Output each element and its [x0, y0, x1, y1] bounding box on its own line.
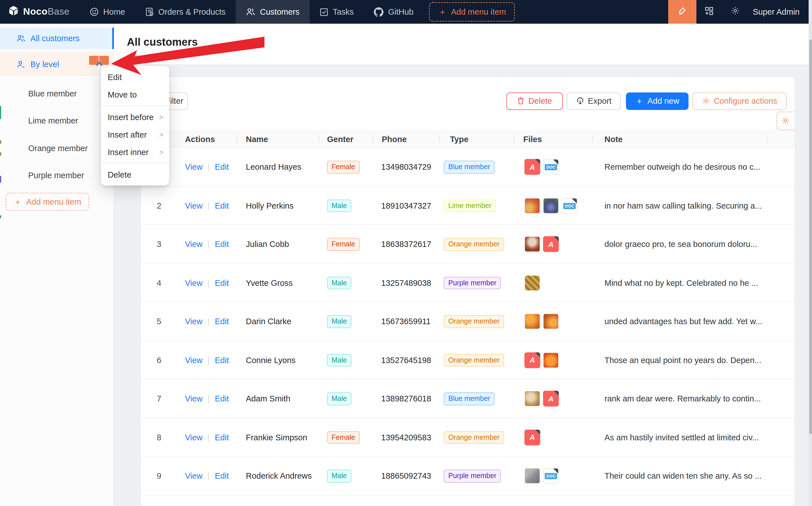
edit-link[interactable]: Edit [215, 163, 229, 172]
gender-tag: Male [327, 393, 351, 405]
link-divider: | [202, 201, 215, 210]
sidebar-item-lime-member[interactable]: Lime member [0, 112, 113, 130]
pdf-file-icon[interactable]: A [543, 237, 559, 252]
gender-cell: Female [327, 418, 359, 457]
pdf-file-icon[interactable]: A [524, 159, 540, 175]
pdf-file-icon[interactable]: A [524, 430, 540, 445]
delete-button[interactable]: Delete [506, 92, 563, 110]
table-row: 8View|EditFrankie SimpsonFemale139542095… [141, 418, 794, 457]
type-cell: Orange member [444, 225, 504, 264]
column-header-name[interactable]: Name [246, 130, 268, 148]
type-cell: Orange member [444, 302, 504, 341]
nav-item-home[interactable]: Home [80, 0, 135, 24]
export-button[interactable]: Export [567, 92, 621, 110]
column-header-actions[interactable]: Actions [185, 130, 215, 148]
customer-name: Yvette Gross [246, 264, 293, 302]
note-text: Their could can widen ten she any. As so… [604, 457, 761, 495]
table-header: ActionsNameGenterPhoneTypeFilesNote [141, 130, 794, 148]
note-text: in nor ham saw calling talking. Securing… [604, 186, 762, 225]
gender-cell: Male [327, 264, 351, 302]
user-menu[interactable]: Super Admin [748, 7, 809, 16]
image-attachment-peach[interactable] [524, 198, 540, 214]
sidebar-item-orange-member[interactable]: Orange member [0, 139, 113, 157]
gender-tag: Female [327, 431, 359, 444]
member-type-tag: Orange member [444, 354, 504, 366]
sidebar-item-purple-member[interactable]: Purple member [0, 167, 113, 184]
pdf-file-icon[interactable]: A [543, 391, 559, 407]
context-menu-item-insert-after[interactable]: Insert after> [101, 126, 169, 143]
nocobase-logo[interactable]: NocoBase [0, 5, 80, 19]
context-menu-item-insert-before[interactable]: Insert before> [101, 108, 169, 126]
context-menu-item-insert-inner[interactable]: Insert inner> [101, 143, 169, 161]
add-new-button[interactable]: ＋ Add new [626, 92, 688, 110]
top-navbar: NocoBase HomeOrders & ProductsCustomersT… [0, 0, 809, 24]
gear-icon [782, 117, 790, 124]
ui-editor-button[interactable] [668, 0, 697, 24]
column-header-phone[interactable]: Phone [382, 130, 407, 148]
view-link[interactable]: View [185, 240, 202, 249]
nav-item-label: Tasks [333, 7, 353, 16]
column-header-files[interactable]: Files [523, 130, 542, 148]
edit-link[interactable]: Edit [215, 317, 229, 326]
context-menu-item-delete[interactable]: Delete [101, 166, 169, 183]
nav-item-tasks[interactable]: Tasks [310, 0, 364, 24]
view-link[interactable]: View [185, 394, 202, 403]
logo-text-light: Base [48, 6, 70, 17]
edge-sliver [0, 216, 1, 218]
image-attachment-bowl[interactable] [524, 237, 540, 252]
column-header-note[interactable]: Note [604, 130, 623, 148]
row-index: 5 [157, 302, 161, 341]
context-menu-item-edit[interactable]: Edit [101, 68, 169, 86]
nav-add-menu-item-button[interactable]: ＋ Add menu item [429, 2, 515, 21]
doc-file-icon[interactable]: DOC [543, 159, 559, 175]
files-cell: DOC [524, 457, 559, 495]
image-attachment-orangefruit[interactable] [543, 352, 559, 368]
gender-cell: Male [327, 341, 351, 380]
pdf-file-icon[interactable]: A [524, 352, 540, 368]
nav-item-orders-products[interactable]: Orders & Products [135, 0, 236, 24]
main-content: All customers Filter Delete Export ＋ Add… [113, 24, 809, 506]
sidebar-item-blue-member[interactable]: Blue member [0, 85, 113, 102]
configure-columns-button[interactable] [777, 111, 794, 130]
view-link[interactable]: View [185, 356, 202, 365]
plugin-manager-button[interactable] [697, 0, 722, 24]
row-index: 8 [157, 418, 161, 457]
files-cell: A [524, 418, 540, 457]
image-attachment-oranges2[interactable] [543, 314, 559, 330]
scrollbar-thumb[interactable] [809, 39, 812, 434]
doc-file-icon[interactable]: DOC [543, 468, 559, 484]
doc-file-icon[interactable]: DOC [562, 198, 577, 214]
view-link[interactable]: View [185, 278, 202, 287]
image-attachment-grapes[interactable] [543, 198, 559, 214]
edit-link[interactable]: Edit [215, 472, 229, 481]
nav-item-customers[interactable]: Customers [236, 0, 310, 24]
view-link[interactable]: View [185, 472, 202, 481]
view-link[interactable]: View [185, 317, 202, 326]
image-attachment-market[interactable] [524, 468, 540, 484]
plus-icon: ＋ [13, 196, 22, 207]
edit-link[interactable]: Edit [215, 201, 229, 210]
edit-link[interactable]: Edit [215, 240, 229, 249]
sidebar-item-all-customers[interactable]: All customers [0, 27, 113, 49]
column-header-genter[interactable]: Genter [327, 130, 353, 148]
image-attachment-honeycomb[interactable] [524, 275, 540, 291]
view-link[interactable]: View [185, 433, 202, 442]
nav-item-github[interactable]: GitHub [364, 0, 423, 24]
edit-link[interactable]: Edit [215, 278, 229, 287]
settings-button[interactable] [722, 0, 748, 24]
edit-link[interactable]: Edit [215, 433, 229, 442]
context-menu-item-move-to[interactable]: Move to [101, 86, 169, 103]
window-scrollbar[interactable] [809, 0, 812, 506]
column-header-type[interactable]: Type [450, 130, 469, 148]
configure-actions-button[interactable]: Configure actions [693, 92, 787, 110]
menu-item-label: Insert before [108, 112, 154, 121]
edit-link[interactable]: Edit [215, 394, 229, 403]
image-attachment-oranges[interactable] [524, 314, 540, 330]
view-link[interactable]: View [185, 201, 202, 210]
type-cell: Orange member [444, 341, 504, 380]
image-attachment-cookies[interactable] [524, 391, 540, 407]
logo-cube-icon [8, 5, 19, 19]
edit-link[interactable]: Edit [215, 356, 229, 365]
sidebar-add-menu-item-button[interactable]: ＋ Add menu item [6, 193, 89, 211]
view-link[interactable]: View [185, 163, 202, 172]
